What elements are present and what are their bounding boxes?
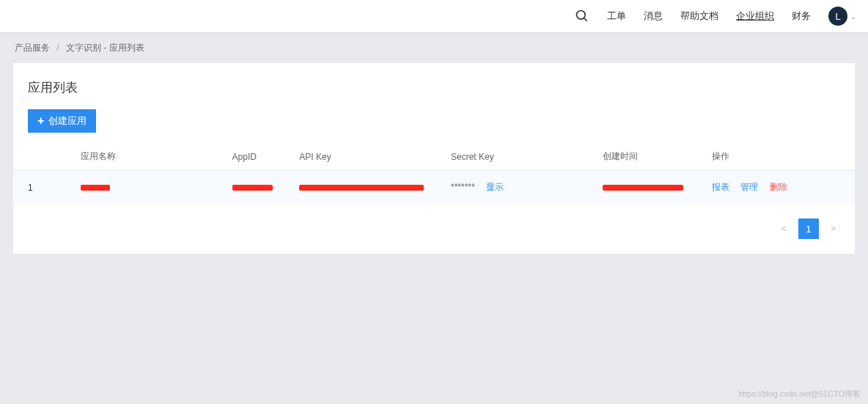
search-icon[interactable] <box>575 9 589 23</box>
avatar: L <box>828 7 847 26</box>
breadcrumb-current: 文字识别 - 应用列表 <box>66 43 144 53</box>
plus-icon: + <box>37 115 44 127</box>
nav-help-doc[interactable]: 帮助文档 <box>680 10 718 23</box>
cell-index: 1 <box>13 171 81 205</box>
topbar: 工单 消息 帮助文档 企业组织 财务 L ⌄ <box>0 0 868 33</box>
page-next[interactable]: > <box>826 221 840 237</box>
delete-link[interactable]: 删除 <box>770 182 787 192</box>
app-table: 应用名称 AppID API Key Secret Key 创建时间 操作 1 … <box>13 143 855 204</box>
page-1[interactable]: 1 <box>798 218 819 239</box>
show-secret-link[interactable]: 显示 <box>486 182 504 192</box>
chevron-down-icon: ⌄ <box>850 12 856 21</box>
breadcrumb: 产品服务 / 文字识别 - 应用列表 <box>0 33 868 63</box>
cell-created <box>603 171 712 205</box>
page-prev[interactable]: < <box>777 221 791 237</box>
redacted-apikey <box>299 185 424 191</box>
th-app-name: 应用名称 <box>81 143 232 171</box>
app-list-card: 应用列表 + 创建应用 应用名称 AppID API Key Secret Ke… <box>13 63 855 254</box>
svg-line-1 <box>584 18 587 21</box>
nav-ticket[interactable]: 工单 <box>607 10 626 23</box>
page-title: 应用列表 <box>13 63 855 109</box>
th-index <box>13 143 81 171</box>
cell-ops: 报表 管理 删除 <box>712 171 855 205</box>
table-row: 1 ******* 显示 报表 管理 删除 <box>13 171 855 205</box>
create-app-label: 创建应用 <box>48 114 87 128</box>
nav-message[interactable]: 消息 <box>644 10 663 23</box>
th-secret-key: Secret Key <box>451 143 603 171</box>
user-menu[interactable]: L ⌄ <box>828 7 856 26</box>
cell-secret-key: ******* 显示 <box>451 171 603 205</box>
th-created: 创建时间 <box>603 143 712 171</box>
th-api-key: API Key <box>299 143 451 171</box>
redacted-appid <box>232 185 273 191</box>
cell-app-id <box>232 171 300 205</box>
svg-point-0 <box>577 11 586 20</box>
cell-api-key <box>299 171 451 205</box>
secret-mask: ******* <box>451 182 475 192</box>
nav-org[interactable]: 企业组织 <box>736 10 774 23</box>
watermark: https://blog.csdn.net@51CTO博客 <box>738 389 861 400</box>
nav-finance[interactable]: 财务 <box>792 10 811 23</box>
th-ops: 操作 <box>712 143 855 171</box>
redacted-created <box>603 185 683 191</box>
cell-app-name <box>81 171 232 205</box>
manage-link[interactable]: 管理 <box>740 182 758 192</box>
pagination: < 1 > <box>13 204 855 254</box>
th-app-id: AppID <box>232 143 300 171</box>
breadcrumb-sep: / <box>56 43 59 53</box>
breadcrumb-root[interactable]: 产品服务 <box>15 43 50 53</box>
report-link[interactable]: 报表 <box>712 182 729 192</box>
redacted-name <box>81 185 110 191</box>
create-app-button[interactable]: + 创建应用 <box>28 109 96 133</box>
